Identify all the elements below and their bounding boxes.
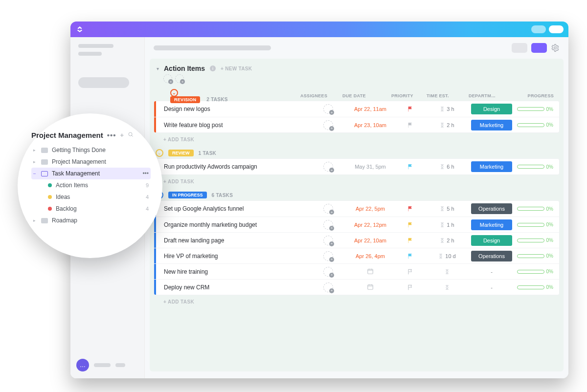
department-tag[interactable]: Design [468,104,515,114]
time-estimate[interactable]: 5 h [426,206,468,212]
view-toggle-a[interactable] [512,43,527,53]
add-task-button[interactable]: + ADD TASK [154,175,560,188]
priority-flag-icon[interactable] [395,284,426,291]
task-row[interactable]: Set up Google Analytics funnel+Apr 22, 5… [154,201,559,217]
assignee-add-icon[interactable]: + [323,236,333,245]
sidebar-item-label: Backlog [56,205,77,212]
sidebar-item-label: Getting Things Done [52,147,106,153]
priority-flag-icon[interactable] [395,253,426,260]
time-estimate[interactable] [426,269,468,275]
section-status-pill[interactable]: IN PROGRESS [168,192,207,198]
info-icon[interactable]: i [210,65,216,71]
rail-search-pill[interactable] [78,77,129,88]
col-due[interactable]: DUE DATE [342,93,391,98]
collapse-caret-icon[interactable]: ▾ [157,66,159,71]
priority-flag-icon[interactable] [395,205,426,212]
due-date[interactable]: May 31, 5pm [346,164,395,170]
assignee-add-icon[interactable]: + [323,267,333,277]
progress: 0% [515,238,559,243]
department-tag[interactable]: Marketing [468,161,515,172]
due-date[interactable]: Apr 26, 4pm [346,253,395,259]
priority-flag-icon[interactable] [395,122,426,129]
col-dept[interactable]: DEPARTM… [469,93,516,98]
due-date[interactable]: Apr 22, 10am [346,238,395,243]
add-task-button[interactable]: + ADD TASK [154,133,560,146]
col-progress[interactable]: PROGRESS [516,93,560,98]
time-estimate[interactable]: 1 h [426,222,468,228]
new-task-button[interactable]: + NEW TASK [221,66,252,71]
due-date[interactable]: Apr 22, 5pm [346,206,395,212]
due-date[interactable]: Apr 22, 11am [346,106,395,112]
task-row[interactable]: Deploy new CRM+-0% [154,279,559,295]
department-tag[interactable]: - [468,282,515,293]
sidebar-item-action-items[interactable]: Action Items9 [46,179,151,191]
more-icon[interactable]: ••• [107,131,116,139]
task-row[interactable]: Run productivity Adwords campaign+May 31… [154,159,559,174]
add-assignee-icon[interactable]: + [163,74,172,83]
sidebar-item-ideas[interactable]: Ideas4 [46,191,151,203]
time-estimate[interactable]: 2 h [426,122,468,128]
section-status-pill[interactable]: REVIEW [168,150,194,156]
assignee-add-icon[interactable]: + [323,220,333,230]
sidebar-item-getting-things-done[interactable]: ▸Getting Things Done [31,144,151,156]
priority-flag-icon[interactable] [395,237,426,244]
col-assignees[interactable]: ASSIGNEES [300,93,342,98]
assignee-add-icon[interactable]: + [323,283,333,292]
due-date[interactable] [346,283,395,291]
task-row[interactable]: Write feature blog post+Apr 23, 10am2 hM… [154,117,559,132]
sidebar-item-backlog[interactable]: Backlog4 [46,203,151,215]
assignee-add-icon[interactable]: + [323,162,333,172]
department-tag[interactable]: Design [468,235,515,246]
plus-icon[interactable]: + [120,131,124,139]
section-revision: ⌄ REVISION 2 TASKS ASSIGNEES DUE DATE PR… [154,89,560,146]
sidebar-item-task-management[interactable]: –Task Management••• [31,168,151,179]
time-estimate[interactable]: 3 h [426,106,468,112]
status-stripe [154,117,156,132]
col-est[interactable]: TIME EST. [427,93,469,98]
department-tag[interactable]: Operations [468,203,515,214]
more-icon[interactable]: ••• [142,170,149,177]
task-row[interactable]: Design new logos+Apr 22, 11am3 hDesign0% [154,101,559,117]
department-tag[interactable]: - [468,266,515,277]
sidebar-item-roadmap[interactable]: ▸Roadmap [31,215,151,226]
sidebar-item-project-management[interactable]: ▸Project Management [31,156,151,168]
assignee-add-icon[interactable]: + [323,104,333,114]
due-date[interactable]: Apr 22, 12pm [346,222,395,228]
task-row[interactable]: Organize monthly marketing budget+Apr 22… [154,217,559,232]
switch-b[interactable] [549,25,564,33]
due-date[interactable]: Apr 23, 10am [346,122,395,128]
section-collapse-icon[interactable]: ⌄ [156,149,163,157]
time-estimate[interactable]: 10 d [426,253,468,259]
department-tag[interactable]: Marketing [468,120,515,131]
progress: 0% [515,222,559,227]
priority-flag-icon[interactable] [395,163,426,170]
switch-a[interactable] [531,25,546,33]
due-date[interactable] [346,268,395,276]
priority-flag-icon[interactable] [395,268,426,275]
priority-flag-icon[interactable] [395,221,426,228]
gear-icon[interactable] [551,44,560,52]
time-estimate[interactable]: 2 h [426,238,468,243]
task-row[interactable]: Hire VP of marketing+Apr 26, 4pm10 dOper… [154,248,559,263]
add-task-button[interactable]: + ADD TASK [154,295,560,308]
sidebar-item-label: Ideas [56,194,70,200]
time-estimate[interactable] [426,284,468,290]
priority-flag-icon[interactable] [395,106,426,112]
add-assignee-icon[interactable]: + [175,74,184,83]
assignee-add-icon[interactable]: + [323,120,333,130]
department-tag[interactable]: Marketing [468,219,515,230]
status-stripe [154,233,156,248]
task-title: Organize monthly marketing budget [159,221,311,228]
task-row[interactable]: Draft new landing page+Apr 22, 10am2 hDe… [154,232,559,248]
task-row[interactable]: New hire training+-0% [154,263,559,279]
col-priority[interactable]: PRIORITY [391,93,427,98]
assignee-add-icon[interactable]: + [323,251,333,261]
section-collapse-icon[interactable]: ⌄ [170,89,178,97]
section-status-pill[interactable]: REVISION [170,96,200,103]
assignee-add-icon[interactable]: + [323,204,333,214]
time-estimate[interactable]: 6 h [426,164,468,170]
search-icon[interactable] [128,131,134,139]
view-toggle-b[interactable] [531,43,547,53]
chat-bubble-icon[interactable]: … [76,359,89,371]
department-tag[interactable]: Operations [468,251,515,261]
